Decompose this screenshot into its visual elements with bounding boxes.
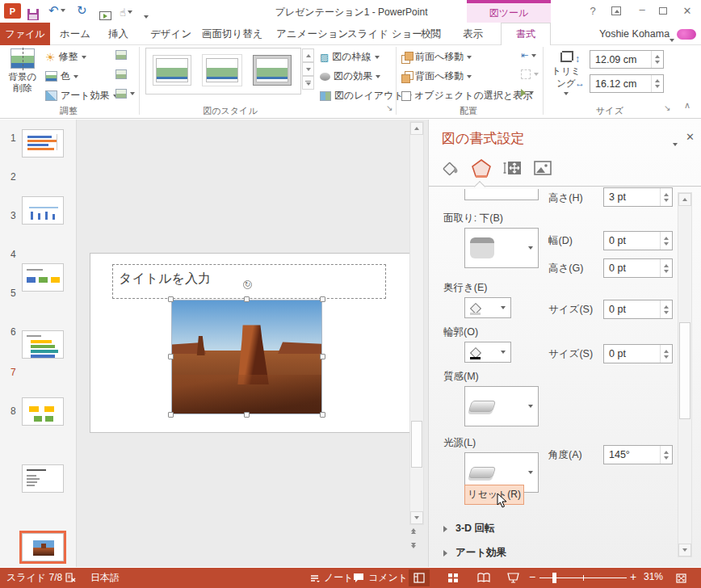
next-slide-icon[interactable] xyxy=(411,543,416,548)
editor-scrollbar[interactable] xyxy=(409,121,424,525)
spellcheck-icon[interactable] xyxy=(65,571,77,583)
send-backward-button[interactable]: 背面へ移動 xyxy=(401,69,472,83)
group-objects-button[interactable] xyxy=(521,69,539,79)
scroll-down-icon[interactable] xyxy=(410,511,423,524)
scroll-up-icon[interactable] xyxy=(410,122,423,135)
section-art-effects[interactable]: アート効果 xyxy=(443,546,506,560)
bring-forward-button[interactable]: 前面へ移動 xyxy=(401,50,472,64)
height-spin-icons[interactable] xyxy=(651,51,663,68)
zoom-in-icon[interactable]: + xyxy=(630,570,636,583)
selection-pane-button[interactable]: オブジェクトの選択と表示 xyxy=(401,89,532,103)
handle-bottom-left[interactable] xyxy=(168,412,174,418)
effects-tab-selected[interactable] xyxy=(469,157,493,179)
rotation-handle-icon[interactable]: ↻ xyxy=(243,280,252,289)
height-h-field[interactable]: 3 pt xyxy=(603,187,673,207)
language-indicator[interactable]: 日本語 xyxy=(90,571,120,585)
pane-scroll-down-icon[interactable] xyxy=(678,544,691,556)
tab-view[interactable]: 表示 xyxy=(463,23,483,45)
handle-top-right[interactable] xyxy=(320,296,325,302)
handle-bottom-right[interactable] xyxy=(320,412,325,418)
material-dropdown[interactable] xyxy=(464,386,539,426)
tab-review[interactable]: 校閲 xyxy=(421,23,441,45)
tab-transitions[interactable]: 画面切り替え xyxy=(202,23,263,45)
slide-3-thumbnail[interactable] xyxy=(22,263,64,292)
bevel-top-dropdown[interactable] xyxy=(464,189,539,200)
touch-mode-icon[interactable]: ☝ xyxy=(120,3,132,21)
selected-picture[interactable] xyxy=(171,300,322,414)
fill-line-tab[interactable] xyxy=(439,157,463,179)
customize-qat-icon[interactable] xyxy=(144,10,149,21)
picture-style-1[interactable] xyxy=(153,55,191,86)
shape-height-field[interactable]: 12.09 cm xyxy=(590,50,664,69)
section-3d-rotation[interactable]: 3-D 回転 xyxy=(443,522,495,536)
angle-field[interactable]: 145° xyxy=(603,445,673,464)
slide-counter[interactable]: スライド 7/8 xyxy=(6,571,62,585)
artistic-effects-button[interactable]: アート効果 xyxy=(45,89,118,103)
user-name[interactable]: Yoshie Kohama xyxy=(599,23,670,45)
slide-4-thumbnail[interactable] xyxy=(22,330,64,359)
picture-layout-button[interactable]: 図のレイアウト xyxy=(320,89,412,103)
fit-to-window-icon[interactable] xyxy=(670,569,691,586)
handle-mid-left[interactable] xyxy=(168,354,174,359)
picture-style-2[interactable] xyxy=(203,55,241,86)
picture-tab[interactable] xyxy=(531,157,555,179)
pane-close-icon[interactable]: ✕ xyxy=(686,131,695,143)
gallery-up-icon[interactable] xyxy=(302,48,314,62)
undo-icon[interactable]: ↶ xyxy=(48,2,65,19)
picture-styles-dialog-launcher-icon[interactable]: ↘ xyxy=(386,103,392,112)
user-avatar[interactable] xyxy=(677,29,696,40)
save-icon[interactable] xyxy=(27,6,39,23)
handle-bottom-center[interactable] xyxy=(244,412,250,418)
pane-options-caret-icon[interactable] xyxy=(673,137,678,149)
remove-background-button[interactable]: 背景の削除 xyxy=(5,48,40,106)
slide-7-thumbnail-selected[interactable] xyxy=(22,533,64,561)
user-menu-caret-icon[interactable] xyxy=(670,33,674,44)
slide-sorter-icon[interactable] xyxy=(443,569,464,586)
help-icon[interactable]: ? xyxy=(586,5,599,17)
rotate-objects-button[interactable] xyxy=(521,89,534,97)
slide-5-thumbnail[interactable] xyxy=(22,397,64,426)
minimize-icon[interactable]: – xyxy=(636,3,649,15)
reading-view-icon[interactable] xyxy=(473,569,494,586)
slide-canvas[interactable]: タイトルを入力 ↻ xyxy=(90,253,417,433)
tab-design[interactable]: デザイン xyxy=(150,23,191,45)
pane-scrollbar[interactable] xyxy=(678,192,692,557)
reset-picture-button[interactable] xyxy=(115,89,135,99)
tab-insert[interactable]: 挿入 xyxy=(108,23,128,45)
zoom-level[interactable]: 31% xyxy=(644,571,663,582)
normal-view-icon[interactable] xyxy=(409,569,430,586)
slide-2-thumbnail[interactable] xyxy=(22,196,64,225)
handle-top-left[interactable] xyxy=(168,296,174,302)
notes-button[interactable]: ノート xyxy=(309,571,354,585)
close-icon[interactable]: ✕ xyxy=(681,5,694,17)
start-slideshow-icon[interactable] xyxy=(99,6,111,24)
comments-button[interactable]: コメント xyxy=(353,571,408,585)
color-button[interactable]: 色 xyxy=(45,69,78,83)
change-picture-button[interactable] xyxy=(115,69,127,79)
redo-icon[interactable]: ↻ xyxy=(77,2,87,19)
tab-slideshow[interactable]: スライド ショー xyxy=(347,23,422,45)
picture-effects-button[interactable]: 図の効果 xyxy=(320,69,380,83)
tab-format-active[interactable]: 書式 xyxy=(501,23,551,46)
tab-file[interactable]: ファイル xyxy=(0,23,50,45)
compress-picture-button[interactable] xyxy=(115,50,127,60)
depth-size-field[interactable]: 0 pt xyxy=(603,300,673,319)
align-objects-button[interactable]: ⇤ xyxy=(521,50,536,61)
zoom-out-icon[interactable]: − xyxy=(529,570,535,583)
scrollbar-thumb[interactable] xyxy=(411,421,422,468)
width-spin-icons[interactable] xyxy=(651,75,663,92)
slide-6-thumbnail[interactable] xyxy=(22,464,64,493)
collapse-ribbon-icon[interactable]: ∧ xyxy=(684,100,691,111)
pane-scrollbar-thumb[interactable] xyxy=(679,322,691,419)
shape-width-field[interactable]: 16.12 cm xyxy=(590,74,664,93)
size-dialog-launcher-icon[interactable]: ↘ xyxy=(664,103,670,112)
gallery-more-icon[interactable] xyxy=(302,76,314,90)
picture-border-button[interactable]: ▨図の枠線 xyxy=(320,50,380,64)
maximize-icon[interactable] xyxy=(659,7,667,15)
gallery-down-icon[interactable] xyxy=(302,62,314,76)
size-properties-tab[interactable] xyxy=(500,157,524,179)
contour-size-field[interactable]: 0 pt xyxy=(603,344,673,363)
handle-top-center[interactable] xyxy=(244,296,250,302)
depth-color-dropdown[interactable] xyxy=(464,297,511,318)
zoom-slider-handle[interactable] xyxy=(552,573,556,583)
